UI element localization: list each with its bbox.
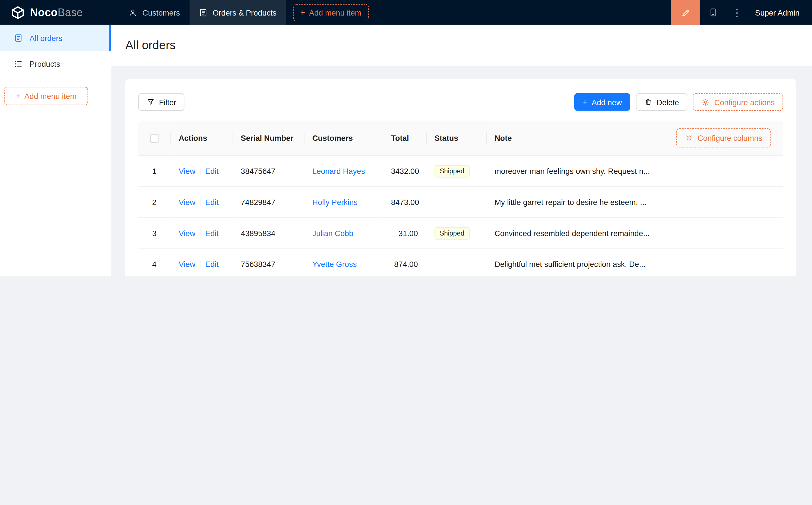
table-toolbar: Filter + Add new Delete (138, 93, 783, 111)
column-header-note: Note Configure columns (486, 121, 783, 156)
serial-number-cell: 74829847 (233, 187, 304, 218)
delete-button[interactable]: Delete (636, 93, 687, 111)
nav-item-label: Customers (142, 8, 180, 17)
header-right: ⋮ Super Admin (671, 0, 812, 25)
note-cell: Delightful met sufficient projection ask… (486, 249, 783, 276)
status-cell-empty (426, 187, 486, 218)
nocobase-logo[interactable]: NocoBase (0, 0, 119, 25)
logo-text-light: Base (58, 6, 83, 18)
total-cell: 8473.00 (383, 187, 426, 218)
configure-actions-label: Configure actions (714, 98, 775, 106)
orders-products-icon (198, 8, 208, 17)
more-options-button[interactable]: ⋮ (726, 0, 748, 25)
view-link[interactable]: View (178, 198, 195, 206)
highlighter-pen-icon (681, 8, 691, 17)
edit-link[interactable]: Edit (205, 260, 219, 269)
sidebar-item-label: Products (29, 59, 60, 68)
sidebar-add-menu-item-label: Add menu item (24, 92, 77, 101)
plus-icon: + (582, 98, 587, 106)
header-add-menu-item-label: Add menu item (309, 8, 361, 17)
row-index: 3 (138, 218, 170, 249)
orders-table: Actions Serial Number Customers Total St… (138, 121, 783, 276)
note-cell: moreover man feelings own shy. Request n… (486, 156, 783, 187)
nav-item-customers[interactable]: Customers (119, 0, 189, 25)
total-cell: 31.00 (383, 218, 426, 249)
main-area: All orders Filter + (112, 25, 812, 276)
toolbar-right: + Add new Delete (574, 93, 783, 111)
add-new-button[interactable]: + Add new (574, 93, 630, 111)
view-link[interactable]: View (178, 167, 195, 175)
sidebar-item-all-orders[interactable]: All orders (0, 25, 111, 51)
sidebar-add-menu-item-button[interactable]: + Add menu item (4, 87, 88, 105)
column-header-status: Status (426, 121, 486, 156)
serial-number-cell: 38475647 (233, 156, 304, 187)
select-all-checkbox[interactable] (150, 134, 159, 143)
column-header-actions: Actions (170, 121, 233, 156)
table-row: 1 ViewEdit 38475647 Leonard Hayes 3432.0… (138, 156, 783, 187)
orders-table-card: Filter + Add new Delete (125, 78, 796, 276)
edit-link[interactable]: Edit (205, 198, 219, 206)
products-list-icon (14, 59, 23, 68)
page-title: All orders (125, 38, 176, 52)
action-divider (200, 229, 200, 237)
header-add-menu-item-button[interactable]: + Add menu item (293, 4, 369, 21)
edit-link[interactable]: Edit (205, 229, 219, 237)
sidebar: All orders Products + Add menu item (0, 25, 112, 276)
mobile-icon (708, 8, 718, 17)
add-new-label: Add new (591, 98, 622, 106)
column-header-customers: Customers (304, 121, 383, 156)
customer-link[interactable]: Leonard Hayes (312, 167, 365, 175)
status-tag: Shipped (435, 165, 470, 177)
top-nav: Customers Orders & Products (119, 0, 286, 25)
total-cell: 3432.00 (383, 156, 426, 187)
table-row: 2 ViewEdit 74829847 Holly Perkins 8473.0… (138, 187, 783, 218)
table-row: 4 ViewEdit 75638347 Yvette Gross 874.00 … (138, 249, 783, 276)
kebab-icon: ⋮ (732, 6, 742, 18)
view-link[interactable]: View (178, 260, 195, 269)
note-cell: My little garret repair to desire he est… (486, 187, 783, 218)
user-name-label: Super Admin (755, 8, 800, 17)
customer-link[interactable]: Julian Cobb (312, 229, 354, 237)
column-header-serial-number: Serial Number (233, 121, 304, 156)
serial-number-cell: 75638347 (233, 249, 304, 276)
view-link[interactable]: View (178, 229, 195, 237)
user-menu[interactable]: Super Admin (748, 0, 812, 25)
delete-label: Delete (657, 98, 679, 106)
note-cell: Convinced resembled dependent remainde..… (486, 218, 783, 249)
configure-columns-button[interactable]: Configure columns (676, 128, 771, 148)
customer-link[interactable]: Holly Perkins (312, 198, 358, 206)
filter-icon (147, 98, 155, 106)
action-divider (200, 261, 200, 268)
row-index: 2 (138, 187, 170, 218)
nav-item-orders-products[interactable]: Orders & Products (189, 0, 286, 25)
table-header-row: Actions Serial Number Customers Total St… (138, 121, 783, 156)
logo-text: NocoBase (30, 6, 83, 19)
column-header-total: Total (383, 121, 426, 156)
trash-icon (644, 98, 652, 106)
content: Filter + Add new Delete (112, 65, 812, 276)
ui-editor-toggle-button[interactable] (671, 0, 700, 25)
app-header: NocoBase Customers Orders & Products + A… (0, 0, 812, 25)
filter-label: Filter (159, 98, 176, 106)
status-tag: Shipped (435, 227, 470, 239)
total-cell: 874.00 (383, 249, 426, 276)
row-index: 4 (138, 249, 170, 276)
nav-item-label: Orders & Products (213, 8, 276, 17)
plus-icon: + (300, 8, 305, 17)
customer-link[interactable]: Yvette Gross (312, 260, 357, 269)
sidebar-item-label: All orders (29, 33, 62, 42)
action-divider (200, 198, 200, 206)
title-band: All orders (112, 25, 812, 66)
action-divider (200, 167, 200, 175)
sidebar-item-products[interactable]: Products (0, 51, 111, 76)
edit-link[interactable]: Edit (205, 167, 219, 175)
plus-icon: + (16, 92, 21, 101)
table-row: 3 ViewEdit 43895834 Julian Cobb 31.00 Sh… (138, 218, 783, 249)
status-cell-empty (426, 249, 486, 276)
mobile-preview-button[interactable] (700, 0, 726, 25)
filter-button[interactable]: Filter (138, 93, 185, 111)
nocobase-logo-icon (10, 5, 25, 20)
gear-icon (701, 98, 710, 106)
configure-actions-button[interactable]: Configure actions (693, 93, 783, 111)
app-root: NocoBase Customers Orders & Products + A… (0, 0, 812, 276)
